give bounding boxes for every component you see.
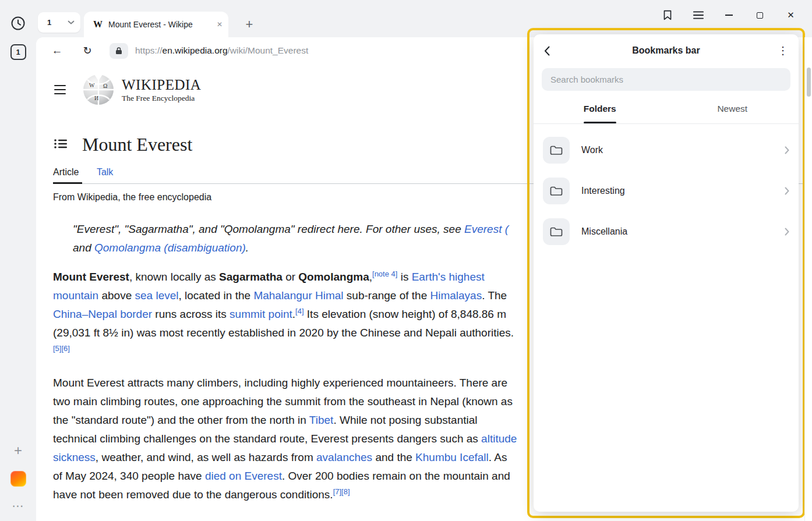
url-path: /wiki/Mount_Everest: [228, 45, 309, 55]
wiki-menu-button[interactable]: [53, 85, 67, 95]
tab-group-pill[interactable]: 1: [38, 12, 80, 33]
bookmark-icon: [661, 9, 674, 22]
tab-talk[interactable]: Talk: [97, 167, 113, 177]
reference-link[interactable]: [8]: [341, 487, 349, 496]
page-scrollbar[interactable]: [804, 37, 812, 521]
folder-label: Work: [581, 145, 785, 155]
sidebar-add-button[interactable]: +: [0, 442, 36, 459]
browser-window: 1 + ⋯ 1 W Mount Everest - Wikipe ✕ +: [0, 0, 812, 521]
wiki-link[interactable]: Tibet: [309, 414, 334, 426]
article-title: Mount Everest: [82, 134, 192, 155]
site-security-badge[interactable]: [110, 43, 128, 59]
maximize-icon: [757, 12, 763, 19]
plus-icon: +: [14, 442, 22, 459]
address-bar[interactable]: https://en.wikipedia.org/wiki/Mount_Ever…: [135, 45, 308, 56]
new-tab-button[interactable]: +: [239, 14, 260, 35]
back-button[interactable]: ←: [50, 44, 64, 57]
folder-row-interesting[interactable]: Interesting: [534, 171, 799, 211]
wiki-link[interactable]: Everest (: [464, 223, 509, 235]
scrollbar-thumb[interactable]: [807, 68, 811, 97]
close-button[interactable]: ✕: [775, 6, 806, 24]
svg-text:И: И: [94, 95, 98, 101]
folder-row-work[interactable]: Work: [534, 130, 799, 171]
list-icon: [54, 139, 67, 149]
wikipedia-tagline: The Free Encyclopedia: [122, 94, 201, 103]
paragraph-2: Mount Everest attracts many climbers, in…: [53, 374, 519, 504]
panel-back-button[interactable]: [544, 46, 556, 56]
tab-article[interactable]: Article: [53, 167, 79, 177]
reference-link[interactable]: [note 4]: [372, 270, 397, 278]
svg-text:W: W: [89, 82, 95, 88]
text-run: , known locally as: [129, 271, 219, 283]
toc-button[interactable]: [53, 139, 67, 151]
bookmarks-search-input[interactable]: [550, 75, 782, 84]
wiki-link[interactable]: Khumbu Icefall: [415, 451, 489, 463]
reference-link[interactable]: [6]: [61, 344, 69, 353]
wiki-link[interactable]: sea level: [135, 289, 179, 302]
panel-header: Bookmarks bar ⋮: [534, 34, 799, 67]
tab-group-count: 1: [47, 18, 68, 27]
article-tab-underline: [53, 182, 82, 184]
browser-menu-button[interactable]: [683, 6, 714, 24]
text-run: "Everest", "Sagarmatha", and "Qomolangma…: [73, 223, 464, 235]
sidebar-tab-counter[interactable]: 1: [0, 43, 36, 61]
folder-row-miscellania[interactable]: Miscellania: [534, 211, 799, 252]
wiki-link[interactable]: avalanches: [316, 451, 372, 463]
wiki-link[interactable]: Mahalangur Himal: [253, 289, 343, 302]
wiki-link[interactable]: Qomolangma (disambiguation): [94, 242, 246, 254]
hamburger-icon: [54, 85, 66, 86]
maximize-button[interactable]: [744, 6, 775, 24]
svg-text:Ω: Ω: [103, 83, 107, 89]
refresh-button[interactable]: ↻: [80, 44, 94, 57]
bold-text: Qomolangma: [298, 271, 369, 283]
text-run: above: [98, 289, 135, 302]
yandex-mail-button[interactable]: [0, 469, 36, 488]
hamburger-icon: [693, 11, 704, 19]
wiki-link[interactable]: died on Everest: [205, 470, 282, 482]
tab-count-label: 1: [16, 48, 20, 56]
text-run: . The: [482, 289, 507, 302]
history-button[interactable]: [0, 15, 36, 31]
bookmarks-search[interactable]: [542, 68, 790, 91]
reference-link[interactable]: [4]: [295, 307, 303, 316]
chevron-left-icon: [544, 46, 550, 56]
minimize-button[interactable]: [714, 6, 744, 24]
lock-icon: [115, 47, 122, 55]
chevron-down-icon[interactable]: [68, 20, 75, 24]
reference-link[interactable]: [5]: [53, 344, 61, 353]
wiki-link[interactable]: China–Nepal border: [53, 308, 152, 320]
tab-count-box: 1: [10, 44, 26, 60]
text-run: runs across its: [152, 308, 230, 320]
mail-gradient-icon: [10, 471, 26, 487]
text-run: or: [283, 271, 298, 283]
wikipedia-favicon: W: [93, 19, 103, 30]
wikipedia-logo[interactable]: W Ω И WIKIPEDIA The Free Encyclopedia: [82, 73, 201, 106]
bold-text: Sagarmatha: [219, 271, 283, 283]
wiki-link[interactable]: summit point: [230, 308, 292, 320]
tab-title: Mount Everest - Wikipe: [108, 20, 212, 29]
chevron-right-icon: [785, 228, 789, 236]
bookmarks-panel-toggle[interactable]: [652, 6, 683, 24]
newest-tab-label: Newest: [717, 104, 747, 114]
text-run: sub-range of the: [344, 289, 430, 302]
wikipedia-wordmark-block: WIKIPEDIA The Free Encyclopedia: [122, 77, 201, 103]
panel-tab-newest[interactable]: Newest: [666, 94, 799, 123]
tab-close-button[interactable]: ✕: [217, 20, 223, 29]
url-domain: en.wikipedia.org: [163, 45, 228, 55]
bold-text: Mount Everest: [53, 271, 129, 283]
panel-tabs: Folders Newest: [534, 94, 799, 123]
active-tab[interactable]: W Mount Everest - Wikipe ✕: [84, 12, 228, 37]
folders-tab-underline: [584, 122, 616, 123]
folders-tab-label: Folders: [584, 104, 616, 114]
folder-icon: [543, 178, 570, 204]
hatnote: "Everest", "Sagarmatha", and "Qomolangma…: [73, 220, 585, 257]
wiki-link[interactable]: Himalayas: [430, 289, 482, 302]
text-run: is: [397, 271, 411, 283]
bookmarks-panel-highlight: Bookmarks bar ⋮ Folders Newest: [527, 28, 805, 518]
panel-menu-button[interactable]: ⋮: [776, 44, 788, 57]
hamburger-icon: [54, 89, 66, 90]
reference-link[interactable]: [7]: [333, 487, 341, 496]
window-controls: ✕: [652, 6, 806, 24]
sidebar-more-button[interactable]: ⋯: [0, 498, 36, 513]
panel-tab-folders[interactable]: Folders: [534, 94, 666, 123]
